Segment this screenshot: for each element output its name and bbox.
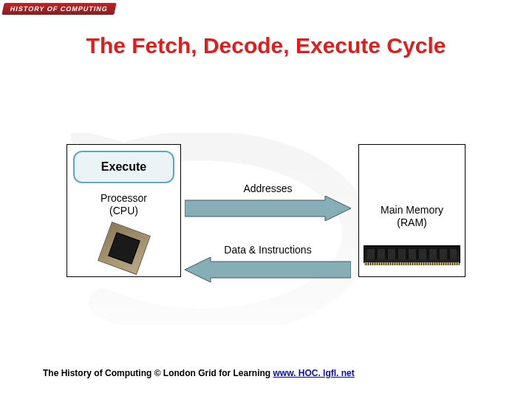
addresses-arrow-group: Addresses (185, 183, 351, 224)
site-logo: HISTORY OF COMPUTING (1, 3, 116, 15)
footer-text: The History of Computing © London Grid f… (43, 368, 273, 378)
arrow-right-icon (185, 196, 351, 221)
arrow-left-icon (185, 257, 351, 282)
cpu-label-line1: Processor (100, 192, 147, 204)
cpu-box: Execute Processor (CPU) (66, 144, 181, 277)
ram-label-line1: Main Memory (381, 204, 443, 216)
svg-marker-1 (185, 257, 351, 282)
execute-label: Execute (101, 160, 146, 174)
ram-label-line2: (RAM) (397, 216, 426, 228)
footer-credit: The History of Computing © London Grid f… (43, 368, 355, 378)
cpu-label-line2: (CPU) (109, 205, 138, 216)
cpu-label: Processor (CPU) (67, 192, 180, 217)
addresses-label: Addresses (185, 183, 351, 194)
footer-link[interactable]: www. HOC. lgfl. net (273, 368, 354, 378)
svg-marker-0 (185, 196, 351, 221)
ram-label: Main Memory (RAM) (359, 204, 465, 229)
data-instructions-label: Data & Instructions (185, 244, 351, 256)
cpu-chip-icon (98, 222, 151, 275)
ram-stick-icon (364, 245, 460, 263)
data-arrow-group: Data & Instructions (185, 244, 351, 285)
execute-stage-pill: Execute (73, 151, 174, 183)
page-title: The Fetch, Decode, Execute Cycle (0, 33, 532, 58)
ram-box: Main Memory (RAM) (358, 144, 466, 277)
